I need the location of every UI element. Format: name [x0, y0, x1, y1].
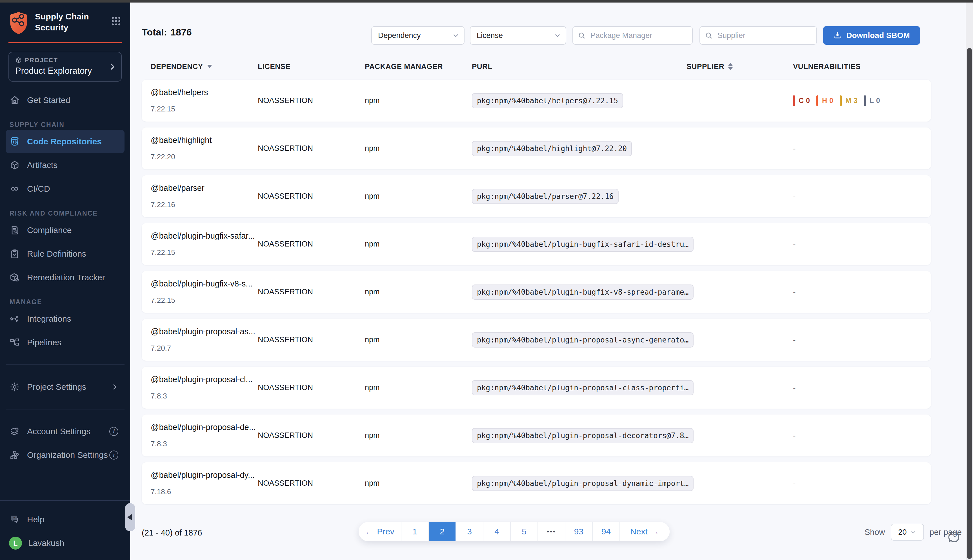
- search-icon: [704, 31, 713, 40]
- logo-row: Supply Chain Security: [0, 3, 130, 35]
- sidebar-item-pipelines[interactable]: Pipelines: [6, 331, 125, 354]
- table-row[interactable]: @babel/plugin-proposal-de... 7.8.3 NOASS…: [142, 415, 931, 457]
- page-button-3[interactable]: 3: [456, 522, 483, 541]
- chevron-down-icon: [910, 529, 916, 535]
- org-chart-gear-icon: [9, 449, 20, 461]
- vulnerabilities-cell: -: [793, 479, 925, 488]
- vulnerabilities-cell: -: [793, 431, 925, 440]
- user-menu[interactable]: L Lavakush: [6, 531, 125, 555]
- sidebar-item-cicd[interactable]: CI/CD: [6, 177, 125, 201]
- sidebar-collapse-handle[interactable]: [125, 503, 135, 531]
- table-row[interactable]: @babel/plugin-proposal-cl... 7.8.3 NOASS…: [142, 367, 931, 408]
- vulnerabilities-cell: -: [793, 192, 925, 201]
- license-filter-select[interactable]: License: [470, 26, 566, 45]
- column-header-supplier[interactable]: SUPPLIER: [687, 58, 793, 75]
- shield-logo-icon: [8, 11, 29, 35]
- sidebar-item-label: Compliance: [27, 225, 72, 235]
- license-cell: NOASSERTION: [258, 192, 365, 201]
- table-row[interactable]: @babel/parser 7.22.16 NOASSERTION npm pk…: [142, 175, 931, 217]
- table-row[interactable]: @babel/plugin-proposal-dy... 7.18.6 NOAS…: [142, 462, 931, 504]
- page-button-2-active[interactable]: 2: [429, 522, 456, 541]
- sidebar-item-compliance[interactable]: Compliance: [6, 218, 125, 242]
- column-header-dependency[interactable]: DEPENDENCY: [151, 58, 258, 75]
- page-button-93[interactable]: 93: [565, 522, 593, 541]
- svg-text:?: ?: [13, 516, 15, 520]
- package-manager-input[interactable]: [573, 27, 692, 44]
- purl-chip: pkg:npm/%40babel/plugin-proposal-async-g…: [472, 332, 694, 348]
- sidebar-item-organization-settings[interactable]: Organization Settings i: [6, 443, 125, 467]
- info-icon[interactable]: i: [109, 450, 118, 460]
- license-cell: NOASSERTION: [258, 383, 365, 392]
- code-repository-icon: [9, 136, 20, 147]
- page-size-control: Show 20 per page: [864, 524, 962, 541]
- purl-chip: pkg:npm/%40babel/plugin-bugfix-v8-spread…: [472, 285, 694, 300]
- dependency-table: @babel/helpers 7.22.15 NOASSERTION npm p…: [142, 80, 931, 510]
- project-selector[interactable]: PROJECT Product Exploratory: [8, 52, 122, 82]
- table-row[interactable]: @babel/plugin-bugfix-v8-s... 7.22.15 NOA…: [142, 271, 931, 313]
- dependency-cell: @babel/plugin-proposal-de... 7.8.3: [151, 423, 258, 448]
- package-manager-search: [572, 26, 693, 45]
- supplier-input[interactable]: [700, 27, 816, 44]
- document-search-icon: [9, 225, 20, 236]
- download-icon: [833, 31, 842, 40]
- divider: [6, 409, 125, 410]
- table-row[interactable]: @babel/plugin-bugfix-safar... 7.22.15 NO…: [142, 223, 931, 265]
- low-badge: L0: [864, 95, 880, 106]
- package-manager-cell: npm: [365, 383, 472, 392]
- package-manager-cell: npm: [365, 479, 472, 488]
- scrollbar-thumb[interactable]: [967, 48, 972, 559]
- arrow-left-icon: ←: [365, 527, 374, 537]
- sidebar-item-integrations[interactable]: Integrations: [6, 307, 125, 331]
- page-button-5[interactable]: 5: [511, 522, 538, 541]
- sidebar-item-artifacts[interactable]: Artifacts: [6, 153, 125, 177]
- project-eyebrow-label: PROJECT: [25, 57, 58, 64]
- package-manager-cell: npm: [365, 96, 472, 105]
- sidebar-item-label: Integrations: [27, 314, 71, 323]
- sort-icon: [728, 63, 733, 70]
- cube-icon: [9, 160, 20, 171]
- license-cell: NOASSERTION: [258, 144, 365, 153]
- chat-bubble-icon[interactable]: [948, 531, 961, 544]
- package-manager-cell: npm: [365, 335, 472, 344]
- purl-chip: pkg:npm/%40babel/helpers@7.22.15: [472, 93, 623, 108]
- dependency-filter-select[interactable]: Dependency: [371, 26, 465, 45]
- next-page-button[interactable]: Next →: [620, 522, 670, 541]
- sidebar-item-label: Help: [27, 515, 45, 524]
- sidebar-item-remediation-tracker[interactable]: Remediation Tracker: [6, 266, 125, 289]
- column-header-purl: PURL: [472, 58, 687, 75]
- chevron-down-icon: [452, 32, 460, 39]
- box-wrench-icon: [9, 272, 20, 283]
- package-icon: [15, 57, 22, 63]
- purl-chip: pkg:npm/%40babel/plugin-proposal-class-p…: [472, 380, 694, 395]
- help-chat-icon: ?: [9, 514, 20, 525]
- license-cell: NOASSERTION: [258, 96, 365, 105]
- dependency-cell: @babel/plugin-proposal-as... 7.20.7: [151, 327, 258, 353]
- info-icon[interactable]: i: [109, 427, 118, 436]
- sidebar-item-label: Artifacts: [27, 160, 57, 170]
- medium-badge: M3: [840, 95, 858, 106]
- table-row[interactable]: @babel/plugin-proposal-as... 7.20.7 NOAS…: [142, 319, 931, 361]
- page-size-select[interactable]: 20: [891, 524, 924, 541]
- license-cell: NOASSERTION: [258, 288, 365, 296]
- sidebar-item-help[interactable]: ? Help: [6, 508, 125, 531]
- table-row[interactable]: @babel/helpers 7.22.15 NOASSERTION npm p…: [142, 80, 931, 122]
- apps-grid-icon[interactable]: [110, 15, 122, 27]
- vulnerabilities-cell: C0 H0 M3 L0: [793, 95, 925, 106]
- sidebar-item-get-started[interactable]: Get Started: [6, 88, 125, 112]
- sidebar-item-project-settings[interactable]: Project Settings: [6, 375, 125, 399]
- results-range: (21 - 40) of 1876: [142, 528, 202, 537]
- page-button-94[interactable]: 94: [593, 522, 620, 541]
- download-sbom-button[interactable]: Download SBOM: [823, 26, 920, 45]
- table-row[interactable]: @babel/highlight 7.22.20 NOASSERTION npm…: [142, 127, 931, 169]
- layers-gear-icon: [9, 426, 20, 437]
- page-button-4[interactable]: 4: [483, 522, 511, 541]
- sidebar-item-rule-definitions[interactable]: Rule Definitions: [6, 242, 125, 266]
- main-content: Total:1876 Dependency License Download S…: [130, 3, 966, 560]
- divider: [6, 364, 125, 365]
- page-button-1[interactable]: 1: [401, 522, 429, 541]
- sidebar-item-code-repositories[interactable]: Code Repositories: [6, 130, 125, 153]
- prev-page-button[interactable]: ← Prev: [359, 522, 401, 541]
- sidebar-item-label: CI/CD: [27, 184, 50, 193]
- sidebar-item-account-settings[interactable]: Account Settings i: [6, 420, 125, 443]
- vulnerabilities-cell: -: [793, 144, 925, 153]
